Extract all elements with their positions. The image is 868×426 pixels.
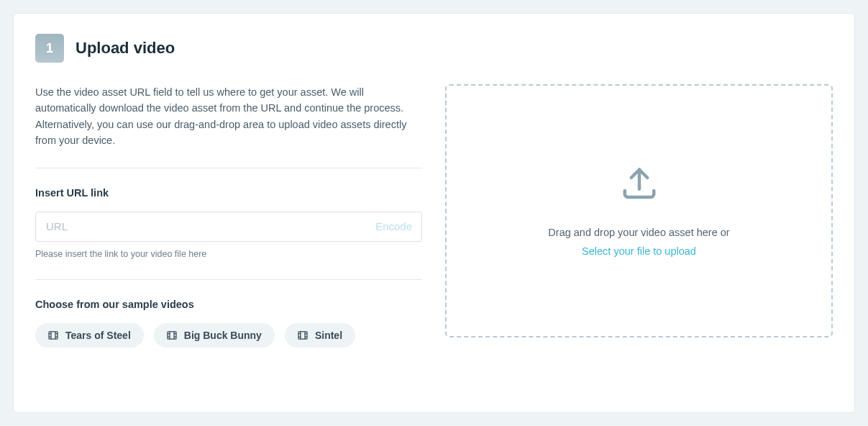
sample-chip-tears-of-steel[interactable]: Tears of Steel: [35, 323, 144, 348]
step-number-badge: 1: [35, 34, 64, 63]
url-input-wrap: Encode: [35, 212, 422, 242]
sample-chip-label: Tears of Steel: [65, 330, 131, 341]
sample-chips: Tears of Steel Big: [35, 323, 422, 348]
dropzone[interactable]: Drag and drop your video asset here or S…: [445, 84, 833, 337]
url-hint: Please insert the link to your video fil…: [35, 249, 422, 259]
content-row: Use the video asset URL field to tell us…: [35, 84, 833, 348]
step-description: Use the video asset URL field to tell us…: [35, 84, 422, 149]
dropzone-text: Drag and drop your video asset here or: [548, 227, 729, 238]
sample-chip-sintel[interactable]: Sintel: [285, 323, 355, 348]
divider: [35, 168, 422, 168]
movie-icon: [298, 331, 308, 340]
upload-video-card: 1 Upload video Use the video asset URL f…: [13, 13, 855, 413]
sample-chip-big-buck-bunny[interactable]: Big Buck Bunny: [154, 323, 275, 348]
movie-icon: [167, 331, 177, 340]
encode-button[interactable]: Encode: [375, 212, 412, 242]
divider: [35, 279, 422, 280]
samples-label: Choose from our sample videos: [35, 299, 422, 310]
step-title: Upload video: [76, 39, 175, 58]
url-input[interactable]: [35, 212, 422, 242]
select-file-link[interactable]: Select your file to upload: [582, 245, 696, 257]
svg-rect-14: [298, 332, 307, 339]
svg-rect-7: [168, 332, 176, 339]
right-column: Drag and drop your video asset here or S…: [445, 84, 833, 337]
sample-chip-label: Sintel: [315, 330, 342, 341]
sample-chip-label: Big Buck Bunny: [184, 330, 262, 341]
movie-icon: [48, 331, 58, 340]
step-header: 1 Upload video: [35, 34, 833, 63]
url-field-label: Insert URL link: [35, 187, 422, 199]
upload-icon: [620, 165, 659, 207]
svg-rect-0: [49, 332, 58, 339]
left-column: Use the video asset URL field to tell us…: [35, 84, 422, 348]
